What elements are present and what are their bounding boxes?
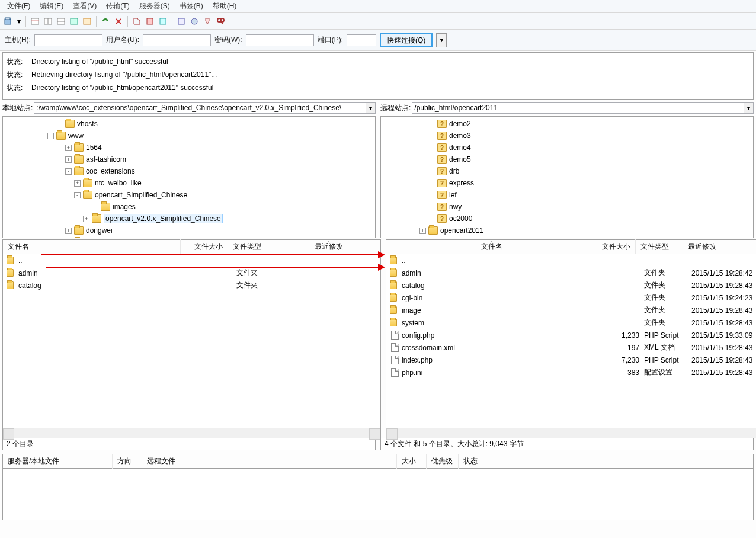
local-site-input[interactable]	[34, 102, 366, 114]
dropdown-icon[interactable]: ▾	[15, 15, 23, 27]
list-row[interactable]: cgi-bin文件夹2015/1/15 19:24:23	[386, 292, 756, 304]
tree-node[interactable]: ?nwy	[381, 201, 753, 213]
tree-node[interactable]: ?drb	[381, 165, 753, 177]
col-filetype[interactable]: 文件类型	[636, 239, 683, 254]
toolbar-btn-6[interactable]	[131, 15, 143, 27]
queue-body[interactable]	[2, 468, 754, 520]
toolbar-btn-7[interactable]	[144, 15, 156, 27]
tree-node[interactable]: +opencart2011	[381, 225, 753, 236]
qcol-size[interactable]: 大小	[397, 454, 427, 469]
col-filesize[interactable]: 文件大小	[597, 239, 636, 254]
port-input[interactable]	[347, 34, 376, 46]
menu-file[interactable]: 文件(F)	[2, 0, 35, 12]
col-modified[interactable]: 最近修改	[683, 239, 756, 254]
local-list-body[interactable]: ..admin文件夹catalog文件夹	[3, 254, 380, 428]
toolbar-btn-5[interactable]	[81, 15, 93, 27]
expand-icon[interactable]: +	[65, 156, 72, 163]
qcol-remote[interactable]: 远程文件	[142, 454, 397, 469]
tree-node[interactable]: ?demo5	[381, 153, 753, 165]
list-row[interactable]: ..	[386, 254, 756, 267]
col-modified[interactable]: ^最近修改	[284, 239, 373, 254]
refresh-icon[interactable]	[100, 15, 111, 27]
expand-icon[interactable]: +	[83, 216, 89, 222]
menu-help[interactable]: 帮助(H)	[208, 0, 242, 12]
toolbar-btn-3[interactable]	[55, 15, 67, 27]
tree-node[interactable]: +dongwei	[3, 225, 375, 236]
list-row[interactable]: ..	[3, 254, 380, 267]
qcol-status[interactable]: 状态	[459, 454, 494, 469]
tree-node[interactable]: ?demo4	[381, 142, 753, 153]
list-row[interactable]: catalog文件夹2015/1/15 19:28:43	[386, 279, 756, 292]
site-manager-icon[interactable]	[2, 15, 14, 27]
user-input[interactable]	[143, 34, 211, 46]
menu-bookmark[interactable]: 书签(B)	[175, 0, 208, 12]
tree-node-label: dongwei	[86, 226, 113, 235]
tree-node[interactable]: vhosts	[3, 118, 375, 130]
remote-site-input[interactable]	[412, 102, 744, 114]
tree-node[interactable]: ?express	[381, 177, 753, 189]
local-site-dropdown-icon[interactable]: ▾	[366, 102, 376, 114]
expand-icon[interactable]: -	[74, 192, 81, 198]
find-icon[interactable]	[214, 15, 226, 27]
log-panel[interactable]: 状态:Directory listing of "/public_html" s…	[2, 52, 754, 100]
quickconnect-dropdown-icon[interactable]: ▼	[436, 33, 447, 47]
tree-node[interactable]: +opencart_v2.0.x_Simplified_Chinese	[3, 213, 375, 225]
tree-node[interactable]: +1564	[3, 142, 375, 153]
list-row[interactable]: system文件夹2015/1/15 19:28:43	[386, 316, 756, 329]
toolbar-btn-10[interactable]	[188, 15, 200, 27]
cancel-icon[interactable]	[113, 15, 124, 27]
remote-hscroll[interactable]	[386, 428, 756, 438]
menu-view[interactable]: 查看(V)	[68, 0, 101, 12]
menu-edit[interactable]: 编辑(E)	[35, 0, 68, 12]
col-filetype[interactable]: 文件类型	[228, 239, 284, 254]
pass-input[interactable]	[246, 34, 314, 46]
expand-icon[interactable]: -	[47, 133, 54, 139]
local-tree[interactable]: vhosts-www+1564+asf-tashicom-coc_extensi…	[2, 116, 376, 238]
col-filename[interactable]: ^文件名	[386, 239, 597, 254]
tree-node[interactable]: -opencart_Simplified_Chinese	[3, 189, 375, 201]
host-input[interactable]	[34, 34, 102, 46]
toolbar-btn-4[interactable]	[68, 15, 80, 27]
list-row[interactable]: admin文件夹	[3, 267, 380, 279]
tree-node[interactable]: +asf-tashicom	[3, 153, 375, 165]
tree-node[interactable]: ?demo2	[381, 118, 753, 130]
toolbar-btn-8[interactable]	[157, 15, 169, 27]
expand-icon[interactable]: +	[65, 228, 72, 234]
local-hscroll[interactable]	[3, 428, 380, 438]
tree-node[interactable]: -coc_extensions	[3, 165, 375, 177]
tree-node[interactable]: ?lef	[381, 189, 753, 201]
expand-icon[interactable]: +	[74, 180, 81, 187]
menu-transfer[interactable]: 传输(T)	[101, 0, 134, 12]
list-row[interactable]: admin文件夹2015/1/15 19:28:42	[386, 267, 756, 279]
qcol-dir[interactable]: 方向	[113, 454, 142, 469]
list-row[interactable]: crossdomain.xml197XML 文档2015/1/15 19:28:…	[386, 341, 756, 354]
expand-icon[interactable]: -	[65, 168, 72, 175]
expand-icon[interactable]: +	[65, 145, 72, 151]
quickconnect-button[interactable]: 快速连接(Q)	[380, 33, 433, 47]
tree-node[interactable]: -www	[3, 130, 375, 142]
list-row[interactable]: php.ini383配置设置2015/1/15 19:28:43	[386, 366, 756, 379]
tree-node[interactable]: images	[3, 201, 375, 213]
list-row[interactable]: config.php1,233PHP Script2015/1/15 19:33…	[386, 329, 756, 341]
toolbar-btn-9[interactable]	[175, 15, 187, 27]
file-name: admin	[18, 269, 38, 277]
remote-tree[interactable]: ?demo2?demo3?demo4?demo5?drb?express?lef…	[380, 116, 754, 238]
qcol-server[interactable]: 服务器/本地文件	[3, 454, 113, 469]
expand-icon[interactable]: +	[419, 228, 426, 234]
qcol-prio[interactable]: 优先级	[427, 454, 459, 469]
remote-site-dropdown-icon[interactable]: ▾	[744, 102, 754, 114]
tree-node[interactable]: ?oc2000	[381, 213, 753, 225]
tree-node[interactable]: +ntc_weibo_like	[3, 177, 375, 189]
menu-server[interactable]: 服务器(S)	[134, 0, 175, 12]
col-filename[interactable]: 文件名	[3, 239, 181, 254]
toolbar-btn-2[interactable]	[42, 15, 54, 27]
list-row[interactable]: index.php7,230PHP Script2015/1/15 19:28:…	[386, 354, 756, 366]
tree-node[interactable]: ?demo3	[381, 130, 753, 142]
list-row[interactable]: image文件夹2015/1/15 19:28:43	[386, 304, 756, 316]
tree-node-label: drb	[449, 167, 459, 175]
toolbar-btn-11[interactable]	[201, 15, 213, 27]
toolbar-btn-1[interactable]	[29, 15, 41, 27]
col-filesize[interactable]: 文件大小	[181, 239, 228, 254]
remote-list-body[interactable]: ..admin文件夹2015/1/15 19:28:42catalog文件夹20…	[386, 254, 756, 428]
list-row[interactable]: catalog文件夹	[3, 279, 380, 292]
